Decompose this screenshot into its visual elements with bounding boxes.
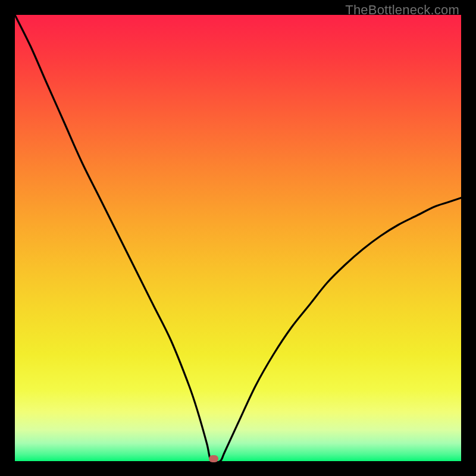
chart-frame: TheBottleneck.com — [0, 0, 476, 476]
optimum-marker-icon — [209, 455, 218, 462]
watermark-text: TheBottleneck.com — [345, 2, 459, 18]
bottleneck-curve — [15, 15, 461, 461]
